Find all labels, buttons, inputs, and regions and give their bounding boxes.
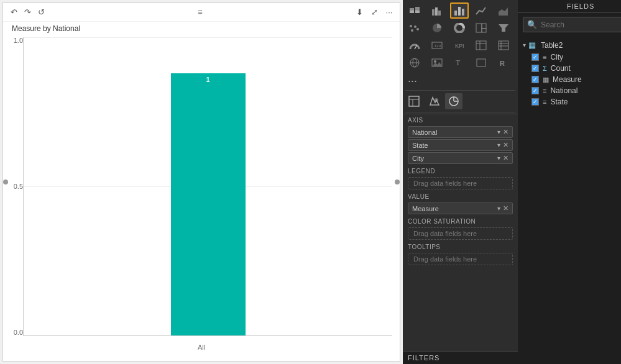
- fields-search-box[interactable]: 🔍: [523, 17, 621, 32]
- bar-chart-grouped-icon[interactable]: [428, 2, 446, 19]
- toolbar-center: ≡: [195, 7, 206, 18]
- expand-icon[interactable]: ⤢: [369, 7, 380, 18]
- toolbar-left: ↶ ↷ ↺: [8, 7, 47, 18]
- svg-point-44: [435, 98, 438, 102]
- count-checkbox[interactable]: [531, 65, 539, 72]
- matrix-viz-icon[interactable]: [494, 37, 513, 53]
- state-checkbox[interactable]: [531, 98, 539, 106]
- viz-sub-divider: [405, 112, 515, 112]
- viz-fields-section: Axis National ▾ ✕ State ▾ ✕ City ▾ ✕ Leg…: [403, 114, 518, 351]
- fields-panel: FIELDS 🔍 ▾ ▦ Table2 ≡ City Σ Count ▦ Mea…: [518, 0, 621, 364]
- expand-icon[interactable]: ▾: [523, 42, 526, 48]
- tooltips-label: Tooltips: [403, 241, 518, 252]
- state-chip-close[interactable]: ✕: [503, 141, 508, 149]
- more-icons-button[interactable]: ···: [403, 73, 518, 89]
- y-label-bottom: 0.0: [14, 329, 23, 336]
- funnel-viz-icon[interactable]: [494, 20, 513, 36]
- svg-point-36: [434, 60, 436, 63]
- reset-icon[interactable]: ↺: [35, 7, 47, 18]
- national-checkbox[interactable]: [531, 87, 539, 94]
- column-chart-icon[interactable]: [450, 2, 469, 19]
- svg-rect-8: [458, 7, 461, 16]
- treemap-viz-icon[interactable]: [472, 20, 490, 36]
- city-label: City: [550, 53, 563, 61]
- city-checkbox[interactable]: [531, 53, 539, 61]
- format-sub-icon[interactable]: [425, 93, 443, 109]
- image-viz-icon[interactable]: [428, 55, 446, 71]
- fields-tree: ▾ ▦ Table2 ≡ City Σ Count ▦ Measure ≡ Na…: [518, 36, 621, 364]
- kpi-viz-icon[interactable]: KPI: [450, 37, 469, 53]
- state-chip[interactable]: State ▾ ✕: [408, 139, 513, 151]
- svg-rect-39: [477, 59, 485, 66]
- analytics-sub-icon[interactable]: [445, 93, 462, 109]
- chart-bar[interactable]: 1: [171, 73, 246, 335]
- color-drop-zone[interactable]: Drag data fields here: [408, 227, 513, 240]
- measure-label: Measure: [553, 75, 582, 84]
- table-name: Table2: [541, 41, 563, 50]
- textbox-viz-icon[interactable]: T: [450, 55, 469, 71]
- state-type-icon: ≡: [543, 98, 546, 106]
- x-axis-label: All: [198, 344, 205, 351]
- download-icon[interactable]: ⬇: [354, 7, 365, 18]
- legend-label: Legend: [403, 165, 518, 176]
- svg-rect-19: [482, 29, 486, 32]
- city-chip[interactable]: City ▾ ✕: [408, 152, 513, 164]
- svg-point-14: [410, 25, 412, 27]
- r-script-icon[interactable]: R: [494, 55, 513, 71]
- svg-rect-28: [499, 41, 508, 50]
- line-chart-icon[interactable]: [472, 2, 490, 19]
- measure-chip-arrow[interactable]: ▾: [497, 205, 500, 212]
- field-city[interactable]: ≡ City: [518, 52, 621, 63]
- scatter-chart-icon[interactable]: [405, 20, 424, 36]
- hamburger-icon[interactable]: ≡: [195, 7, 206, 18]
- shape-viz-icon[interactable]: [472, 55, 490, 71]
- table-viz-icon[interactable]: [472, 37, 490, 53]
- svg-rect-1: [410, 11, 414, 13]
- svg-marker-10: [499, 7, 508, 16]
- measure-chip-close[interactable]: ✕: [503, 204, 508, 212]
- national-type-icon: ≡: [543, 87, 546, 94]
- count-type-icon: Σ: [543, 65, 547, 72]
- measure-checkbox[interactable]: [531, 76, 539, 83]
- tooltips-drop-zone[interactable]: Drag data fields here: [408, 253, 513, 265]
- national-chip-arrow[interactable]: ▾: [497, 129, 500, 135]
- undo-icon[interactable]: ↶: [8, 7, 19, 18]
- svg-text:123: 123: [435, 44, 441, 48]
- legend-drop-zone[interactable]: Drag data fields here: [408, 177, 513, 189]
- gauge-viz-icon[interactable]: [405, 37, 424, 53]
- more-icon[interactable]: ···: [384, 7, 395, 18]
- fields-table-header[interactable]: ▾ ▦ Table2: [518, 39, 621, 52]
- y-label-mid: 0.5: [14, 183, 23, 190]
- field-national[interactable]: ≡ National: [518, 85, 621, 96]
- fields-sub-icon[interactable]: [405, 93, 423, 109]
- filters-bar: FILTERS: [403, 351, 518, 364]
- national-chip-close[interactable]: ✕: [503, 128, 508, 136]
- city-chip-close[interactable]: ✕: [503, 154, 508, 162]
- card-viz-icon[interactable]: 123: [428, 37, 446, 53]
- resize-handle-right[interactable]: [395, 180, 400, 184]
- viz-sub-icons: [403, 92, 518, 111]
- city-chip-arrow[interactable]: ▾: [497, 155, 500, 162]
- field-state[interactable]: ≡ State: [518, 96, 621, 107]
- svg-rect-9: [462, 9, 464, 16]
- bar-value-label: 1: [206, 76, 209, 83]
- gridline-top: [24, 37, 392, 38]
- viz-divider: [405, 90, 515, 91]
- measure-chip[interactable]: Measure ▾ ✕: [408, 202, 513, 214]
- count-label: Count: [551, 64, 571, 73]
- search-input[interactable]: [541, 20, 621, 29]
- area-chart-icon[interactable]: [494, 2, 513, 19]
- pie-chart-icon[interactable]: [428, 20, 446, 36]
- measure-type-icon: ▦: [543, 76, 549, 84]
- svg-rect-0: [410, 8, 414, 11]
- state-chip-arrow[interactable]: ▾: [497, 142, 500, 148]
- field-count[interactable]: Σ Count: [518, 63, 621, 74]
- viz-icons-grid: 123 KPI T R: [403, 0, 518, 73]
- redo-icon[interactable]: ↷: [22, 7, 33, 18]
- field-measure[interactable]: ▦ Measure: [518, 74, 621, 85]
- national-chip[interactable]: National ▾ ✕: [408, 126, 513, 138]
- map-viz-icon[interactable]: [405, 55, 424, 71]
- state-label: State: [550, 98, 568, 106]
- donut-chart-icon[interactable]: [450, 20, 469, 36]
- stacked-bar-icon[interactable]: [405, 2, 424, 19]
